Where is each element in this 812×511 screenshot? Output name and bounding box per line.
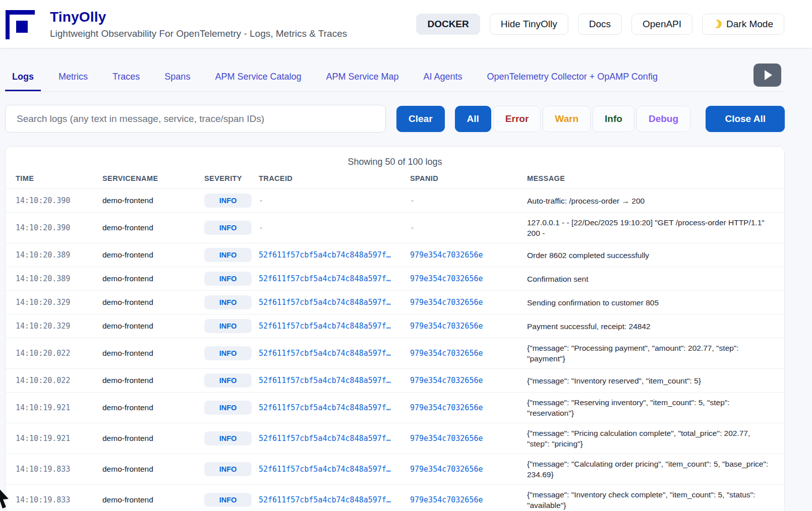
log-service: demo-frontend	[102, 274, 204, 283]
log-message: 127.0.0.1 - - [22/Dec/2025 19:10:20] "GE…	[527, 217, 774, 238]
trace-id-link[interactable]: 52f611f57cbf5a4cb74c848a597f…	[259, 376, 410, 385]
log-time: 14:10:20.022	[16, 349, 102, 358]
log-row[interactable]: 14:10:20.329 demo-frontend INFO 52f611f5…	[6, 290, 784, 314]
log-service: demo-frontend	[102, 298, 204, 307]
span-id-link[interactable]: 979e354c7032656e	[410, 465, 527, 474]
span-id-link[interactable]: 979e354c7032656e	[410, 376, 527, 385]
severity-filters: Clear All Error Warn Info Debug Close Al…	[396, 106, 785, 132]
span-id-link[interactable]: 979e354c7032656e	[410, 349, 527, 358]
header-button-label: Hide TinyOlly	[501, 19, 557, 30]
logs-table-header: TIME SERVICENAME SEVERITY TRACEID SPANID…	[6, 174, 784, 188]
logs-count-status: Showing 50 of 100 logs	[6, 147, 784, 174]
clear-button[interactable]: Clear	[396, 106, 445, 132]
log-row[interactable]: 14:10:20.329 demo-frontend INFO 52f611f5…	[6, 314, 784, 338]
span-id-link[interactable]: 979e354c7032656e	[410, 434, 527, 443]
brand: TinyOlly Lightweight Observability For O…	[6, 9, 347, 39]
tab-metrics[interactable]: Metrics	[51, 65, 95, 91]
openapi-button[interactable]: OpenAPI	[631, 14, 692, 35]
log-time: 14:10:20.389	[16, 274, 102, 283]
log-row[interactable]: 14:10:19.833 demo-frontend INFO 52f611f5…	[6, 484, 784, 511]
col-message: MESSAGE	[527, 174, 774, 182]
trace-id-link[interactable]: 52f611f57cbf5a4cb74c848a597f…	[259, 403, 410, 412]
header-button-label: Dark Mode	[726, 19, 773, 30]
play-button[interactable]	[753, 63, 781, 87]
trace-id-link[interactable]: 52f611f57cbf5a4cb74c848a597f…	[259, 298, 410, 307]
tab-traces[interactable]: Traces	[105, 65, 147, 91]
log-controls: Clear All Error Warn Info Debug Close Al…	[5, 105, 785, 133]
trace-id-link[interactable]: 52f611f57cbf5a4cb74c848a597f…	[259, 465, 410, 474]
tab-otel-collector-opamp-config[interactable]: OpenTelemetry Collector + OpAMP Config	[480, 65, 665, 91]
log-row[interactable]: 14:10:20.390 demo-frontend INFO - - Auto…	[6, 188, 784, 212]
filter-info-button[interactable]: Info	[593, 106, 634, 132]
severity-badge: INFO	[204, 194, 252, 208]
log-row[interactable]: 14:10:19.833 demo-frontend INFO 52f611f5…	[6, 454, 784, 484]
trace-id-link[interactable]: 52f611f57cbf5a4cb74c848a597f…	[259, 322, 410, 331]
search-logs-input[interactable]	[5, 105, 386, 133]
log-row[interactable]: 14:10:19.921 demo-frontend INFO 52f611f5…	[6, 392, 784, 423]
log-row[interactable]: 14:10:20.389 demo-frontend INFO 52f611f5…	[6, 267, 784, 290]
span-id-link[interactable]: -	[410, 196, 527, 205]
tab-apm-service-catalog[interactable]: APM Service Catalog	[208, 65, 308, 91]
log-service: demo-frontend	[102, 223, 204, 232]
log-row[interactable]: 14:10:20.022 demo-frontend INFO 52f611f5…	[6, 338, 784, 368]
span-id-link[interactable]: 979e354c7032656e	[410, 322, 527, 331]
trace-id-link[interactable]: -	[259, 223, 410, 232]
trace-id-link[interactable]: 52f611f57cbf5a4cb74c848a597f…	[259, 434, 410, 443]
docker-button[interactable]: DOCKER	[416, 14, 480, 35]
log-service: demo-frontend	[102, 403, 204, 412]
trace-id-link[interactable]: -	[259, 196, 410, 205]
filter-debug-button[interactable]: Debug	[636, 106, 690, 132]
log-time: 14:10:20.329	[16, 298, 102, 307]
severity-badge: INFO	[204, 401, 252, 415]
log-row[interactable]: 14:10:20.390 demo-frontend INFO - - 127.…	[6, 212, 784, 243]
col-traceid: TRACEID	[259, 174, 410, 182]
trace-id-link[interactable]: 52f611f57cbf5a4cb74c848a597f…	[259, 495, 410, 504]
log-service: demo-frontend	[102, 322, 204, 331]
app-subtitle: Lightweight Observability For OpenTeleme…	[50, 28, 347, 39]
severity-badge: INFO	[204, 493, 252, 507]
log-service: demo-frontend	[102, 495, 204, 504]
log-row[interactable]: 14:10:20.389 demo-frontend INFO 52f611f5…	[6, 243, 784, 267]
log-time: 14:10:19.921	[16, 403, 102, 412]
log-message: Confirmation sent	[527, 274, 774, 284]
log-time: 14:10:20.390	[16, 196, 102, 205]
tab-spans[interactable]: Spans	[157, 65, 197, 91]
docs-button[interactable]: Docs	[578, 14, 622, 35]
col-time: TIME	[16, 174, 102, 182]
log-time: 14:10:19.921	[16, 434, 102, 443]
span-id-link[interactable]: -	[410, 223, 527, 232]
filter-warn-button[interactable]: Warn	[543, 106, 591, 132]
severity-badge: INFO	[204, 373, 252, 388]
span-id-link[interactable]: 979e354c7032656e	[410, 274, 527, 283]
app-header: TinyOlly Lightweight Observability For O…	[0, 0, 812, 48]
header-actions: DOCKER Hide TinyOlly Docs OpenAPI Dark M…	[407, 14, 784, 35]
tab-logs[interactable]: Logs	[5, 65, 41, 91]
trace-id-link[interactable]: 52f611f57cbf5a4cb74c848a597f…	[259, 274, 410, 283]
severity-badge: INFO	[204, 346, 252, 360]
close-all-button[interactable]: Close All	[706, 106, 785, 132]
log-row[interactable]: 14:10:20.022 demo-frontend INFO 52f611f5…	[6, 368, 784, 392]
log-service: demo-frontend	[102, 434, 204, 443]
hide-tinyolly-button[interactable]: Hide TinyOlly	[490, 14, 568, 35]
tab-apm-service-map[interactable]: APM Service Map	[319, 65, 405, 91]
log-service: demo-frontend	[102, 196, 204, 205]
filter-error-button[interactable]: Error	[493, 106, 541, 132]
log-service: demo-frontend	[102, 465, 204, 474]
log-time: 14:10:20.329	[16, 322, 102, 331]
trace-id-link[interactable]: 52f611f57cbf5a4cb74c848a597f…	[259, 349, 410, 358]
log-service: demo-frontend	[102, 250, 204, 260]
col-spanid: SPANID	[410, 174, 527, 182]
span-id-link[interactable]: 979e354c7032656e	[410, 495, 527, 504]
span-id-link[interactable]: 979e354c7032656e	[410, 298, 527, 307]
severity-badge: INFO	[204, 248, 252, 262]
trace-id-link[interactable]: 52f611f57cbf5a4cb74c848a597f…	[259, 250, 410, 260]
severity-badge: INFO	[204, 221, 252, 235]
log-service: demo-frontend	[102, 349, 204, 358]
log-time: 14:10:20.390	[16, 223, 102, 232]
filter-all-button[interactable]: All	[455, 106, 491, 132]
span-id-link[interactable]: 979e354c7032656e	[410, 250, 527, 260]
tab-ai-agents[interactable]: AI Agents	[417, 65, 470, 91]
dark-mode-button[interactable]: Dark Mode	[702, 14, 784, 35]
span-id-link[interactable]: 979e354c7032656e	[410, 403, 527, 412]
log-row[interactable]: 14:10:19.921 demo-frontend INFO 52f611f5…	[6, 423, 784, 454]
